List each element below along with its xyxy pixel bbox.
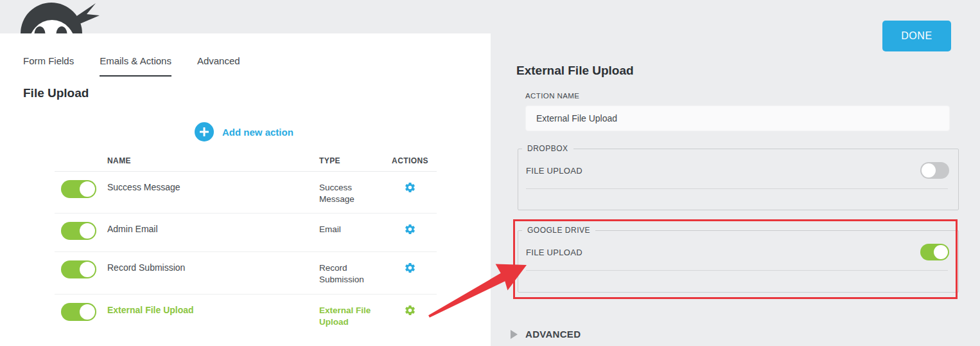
file-upload-label: FILE UPLOAD <box>526 248 582 257</box>
action-enabled-toggle[interactable] <box>61 303 96 321</box>
action-type: External File Upload <box>319 303 383 328</box>
toggle-knob <box>934 245 948 259</box>
tab-advanced[interactable]: Advanced <box>197 55 240 77</box>
tab-emails-actions[interactable]: Emails & Actions <box>100 55 171 77</box>
action-type: Email <box>319 222 383 235</box>
action-name: Admin Email <box>107 222 319 234</box>
google-drive-file-upload-toggle[interactable] <box>920 244 949 260</box>
drawer-title: External File Upload <box>516 64 634 78</box>
google-drive-section: GOOGLE DRIVE FILE UPLOAD <box>518 226 959 293</box>
gear-icon[interactable] <box>404 181 416 194</box>
action-enabled-toggle[interactable] <box>61 180 96 198</box>
action-name: External File Upload <box>107 303 319 315</box>
file-upload-label: FILE UPLOAD <box>526 166 582 176</box>
action-type: Success Message <box>319 180 383 205</box>
action-name-label: ACTION NAME <box>525 92 579 100</box>
column-header-actions: ACTIONS <box>383 155 437 165</box>
advanced-expander[interactable]: ADVANCED <box>511 329 581 340</box>
divider <box>526 188 948 189</box>
google-drive-file-upload-row: FILE UPLOAD <box>518 235 958 260</box>
chevron-right-icon <box>511 330 518 339</box>
table-row: Success Message Success Message <box>55 172 437 214</box>
dropbox-legend: DROPBOX <box>522 144 573 153</box>
toggle-knob <box>80 304 95 320</box>
add-new-action-label: Add new action <box>222 127 293 138</box>
table-row: Record Submission Record Submission <box>55 252 437 295</box>
action-name: Success Message <box>107 180 319 192</box>
divider <box>526 270 948 271</box>
form-builder-panel: Form Fields Emails & Actions Advanced Fi… <box>0 33 491 346</box>
dropbox-file-upload-row: FILE UPLOAD <box>518 153 958 179</box>
toggle-knob <box>80 262 95 277</box>
actions-table: NAME TYPE ACTIONS Success Message Succes… <box>55 149 437 346</box>
gear-icon[interactable] <box>404 262 416 274</box>
builder-tabs: Form Fields Emails & Actions Advanced <box>23 55 240 77</box>
toggle-knob <box>922 163 936 178</box>
action-enabled-toggle[interactable] <box>61 222 96 240</box>
add-new-action-button[interactable]: Add new action <box>195 122 293 141</box>
toggle-knob <box>80 181 95 197</box>
action-name: Record Submission <box>107 260 319 273</box>
form-title: File Upload <box>23 86 89 100</box>
google-drive-legend: GOOGLE DRIVE <box>522 226 595 235</box>
toggle-knob <box>80 223 95 239</box>
dropbox-section: DROPBOX FILE UPLOAD <box>518 144 959 210</box>
gear-icon[interactable] <box>404 304 416 316</box>
advanced-label: ADVANCED <box>525 329 581 340</box>
table-header-row: NAME TYPE ACTIONS <box>55 149 437 172</box>
action-type: Record Submission <box>319 260 383 286</box>
dropbox-file-upload-toggle[interactable] <box>920 162 949 179</box>
column-header-name: NAME <box>107 154 319 165</box>
action-name-input[interactable] <box>525 105 950 131</box>
plus-icon <box>195 122 214 141</box>
table-row: Admin Email Email <box>55 214 437 252</box>
tab-form-fields[interactable]: Form Fields <box>23 55 74 77</box>
done-button[interactable]: DONE <box>882 21 951 51</box>
action-enabled-toggle[interactable] <box>61 260 96 278</box>
ninja-icon <box>10 0 100 33</box>
gear-icon[interactable] <box>404 223 416 235</box>
column-header-type: TYPE <box>319 153 383 167</box>
ninja-forms-logo <box>10 0 100 33</box>
table-row: External File Upload External File Uploa… <box>55 295 437 346</box>
